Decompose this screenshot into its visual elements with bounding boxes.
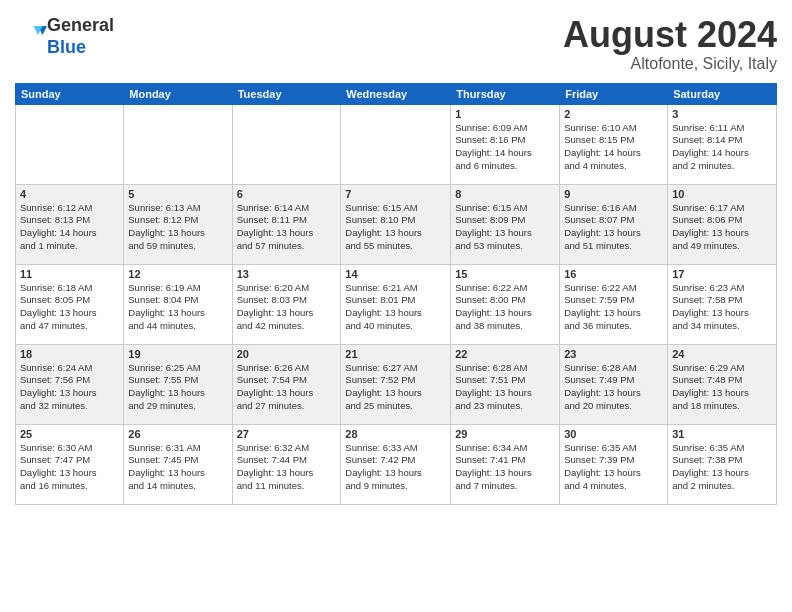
month-year: August 2024 xyxy=(563,15,777,55)
day-info: Sunrise: 6:11 AM Sunset: 8:14 PM Dayligh… xyxy=(672,122,772,173)
day-number: 9 xyxy=(564,188,663,200)
col-tuesday: Tuesday xyxy=(232,83,341,104)
calendar-cell: 28Sunrise: 6:33 AM Sunset: 7:42 PM Dayli… xyxy=(341,424,451,504)
day-number: 7 xyxy=(345,188,446,200)
day-number: 20 xyxy=(237,348,337,360)
calendar-cell xyxy=(232,104,341,184)
day-info: Sunrise: 6:14 AM Sunset: 8:11 PM Dayligh… xyxy=(237,202,337,253)
col-saturday: Saturday xyxy=(668,83,777,104)
calendar-cell: 2Sunrise: 6:10 AM Sunset: 8:15 PM Daylig… xyxy=(560,104,668,184)
calendar-cell: 10Sunrise: 6:17 AM Sunset: 8:06 PM Dayli… xyxy=(668,184,777,264)
day-number: 19 xyxy=(128,348,227,360)
calendar-cell: 23Sunrise: 6:28 AM Sunset: 7:49 PM Dayli… xyxy=(560,344,668,424)
day-info: Sunrise: 6:12 AM Sunset: 8:13 PM Dayligh… xyxy=(20,202,119,253)
calendar-cell: 24Sunrise: 6:29 AM Sunset: 7:48 PM Dayli… xyxy=(668,344,777,424)
day-number: 23 xyxy=(564,348,663,360)
day-info: Sunrise: 6:15 AM Sunset: 8:10 PM Dayligh… xyxy=(345,202,446,253)
calendar-cell: 4Sunrise: 6:12 AM Sunset: 8:13 PM Daylig… xyxy=(16,184,124,264)
day-info: Sunrise: 6:26 AM Sunset: 7:54 PM Dayligh… xyxy=(237,362,337,413)
day-info: Sunrise: 6:10 AM Sunset: 8:15 PM Dayligh… xyxy=(564,122,663,173)
calendar-cell: 17Sunrise: 6:23 AM Sunset: 7:58 PM Dayli… xyxy=(668,264,777,344)
page: General Blue August 2024 Altofonte, Sici… xyxy=(0,0,792,612)
day-number: 17 xyxy=(672,268,772,280)
calendar-header: Sunday Monday Tuesday Wednesday Thursday… xyxy=(16,83,777,104)
calendar-cell: 30Sunrise: 6:35 AM Sunset: 7:39 PM Dayli… xyxy=(560,424,668,504)
calendar-cell: 18Sunrise: 6:24 AM Sunset: 7:56 PM Dayli… xyxy=(16,344,124,424)
calendar-cell: 9Sunrise: 6:16 AM Sunset: 8:07 PM Daylig… xyxy=(560,184,668,264)
calendar-cell: 29Sunrise: 6:34 AM Sunset: 7:41 PM Dayli… xyxy=(451,424,560,504)
day-number: 16 xyxy=(564,268,663,280)
day-info: Sunrise: 6:18 AM Sunset: 8:05 PM Dayligh… xyxy=(20,282,119,333)
day-number: 18 xyxy=(20,348,119,360)
day-info: Sunrise: 6:35 AM Sunset: 7:38 PM Dayligh… xyxy=(672,442,772,493)
calendar-cell: 21Sunrise: 6:27 AM Sunset: 7:52 PM Dayli… xyxy=(341,344,451,424)
calendar-cell: 19Sunrise: 6:25 AM Sunset: 7:55 PM Dayli… xyxy=(124,344,232,424)
day-number: 25 xyxy=(20,428,119,440)
calendar-cell xyxy=(16,104,124,184)
day-info: Sunrise: 6:16 AM Sunset: 8:07 PM Dayligh… xyxy=(564,202,663,253)
day-info: Sunrise: 6:09 AM Sunset: 8:16 PM Dayligh… xyxy=(455,122,555,173)
calendar-cell: 8Sunrise: 6:15 AM Sunset: 8:09 PM Daylig… xyxy=(451,184,560,264)
day-info: Sunrise: 6:28 AM Sunset: 7:49 PM Dayligh… xyxy=(564,362,663,413)
calendar-cell: 3Sunrise: 6:11 AM Sunset: 8:14 PM Daylig… xyxy=(668,104,777,184)
day-info: Sunrise: 6:22 AM Sunset: 8:00 PM Dayligh… xyxy=(455,282,555,333)
day-number: 29 xyxy=(455,428,555,440)
calendar-cell: 1Sunrise: 6:09 AM Sunset: 8:16 PM Daylig… xyxy=(451,104,560,184)
day-number: 12 xyxy=(128,268,227,280)
day-info: Sunrise: 6:21 AM Sunset: 8:01 PM Dayligh… xyxy=(345,282,446,333)
header-row: Sunday Monday Tuesday Wednesday Thursday… xyxy=(16,83,777,104)
calendar-cell: 5Sunrise: 6:13 AM Sunset: 8:12 PM Daylig… xyxy=(124,184,232,264)
calendar-week-3: 11Sunrise: 6:18 AM Sunset: 8:05 PM Dayli… xyxy=(16,264,777,344)
day-number: 14 xyxy=(345,268,446,280)
day-info: Sunrise: 6:35 AM Sunset: 7:39 PM Dayligh… xyxy=(564,442,663,493)
day-info: Sunrise: 6:34 AM Sunset: 7:41 PM Dayligh… xyxy=(455,442,555,493)
calendar-week-4: 18Sunrise: 6:24 AM Sunset: 7:56 PM Dayli… xyxy=(16,344,777,424)
day-number: 3 xyxy=(672,108,772,120)
day-number: 22 xyxy=(455,348,555,360)
day-info: Sunrise: 6:32 AM Sunset: 7:44 PM Dayligh… xyxy=(237,442,337,493)
calendar-week-2: 4Sunrise: 6:12 AM Sunset: 8:13 PM Daylig… xyxy=(16,184,777,264)
calendar-cell: 26Sunrise: 6:31 AM Sunset: 7:45 PM Dayli… xyxy=(124,424,232,504)
day-number: 26 xyxy=(128,428,227,440)
day-number: 8 xyxy=(455,188,555,200)
day-info: Sunrise: 6:17 AM Sunset: 8:06 PM Dayligh… xyxy=(672,202,772,253)
day-info: Sunrise: 6:25 AM Sunset: 7:55 PM Dayligh… xyxy=(128,362,227,413)
location: Altofonte, Sicily, Italy xyxy=(563,55,777,73)
day-info: Sunrise: 6:31 AM Sunset: 7:45 PM Dayligh… xyxy=(128,442,227,493)
logo-text: General Blue xyxy=(47,15,114,58)
day-number: 5 xyxy=(128,188,227,200)
col-wednesday: Wednesday xyxy=(341,83,451,104)
day-info: Sunrise: 6:13 AM Sunset: 8:12 PM Dayligh… xyxy=(128,202,227,253)
calendar-cell xyxy=(124,104,232,184)
header: General Blue August 2024 Altofonte, Sici… xyxy=(15,15,777,73)
day-info: Sunrise: 6:29 AM Sunset: 7:48 PM Dayligh… xyxy=(672,362,772,413)
day-number: 31 xyxy=(672,428,772,440)
day-number: 28 xyxy=(345,428,446,440)
day-number: 15 xyxy=(455,268,555,280)
logo-icon xyxy=(17,20,47,50)
calendar-cell: 13Sunrise: 6:20 AM Sunset: 8:03 PM Dayli… xyxy=(232,264,341,344)
day-info: Sunrise: 6:30 AM Sunset: 7:47 PM Dayligh… xyxy=(20,442,119,493)
calendar-cell: 22Sunrise: 6:28 AM Sunset: 7:51 PM Dayli… xyxy=(451,344,560,424)
logo: General Blue xyxy=(15,15,114,58)
day-number: 6 xyxy=(237,188,337,200)
col-monday: Monday xyxy=(124,83,232,104)
day-number: 1 xyxy=(455,108,555,120)
col-sunday: Sunday xyxy=(16,83,124,104)
calendar-cell: 14Sunrise: 6:21 AM Sunset: 8:01 PM Dayli… xyxy=(341,264,451,344)
day-number: 30 xyxy=(564,428,663,440)
col-friday: Friday xyxy=(560,83,668,104)
day-number: 13 xyxy=(237,268,337,280)
day-number: 21 xyxy=(345,348,446,360)
calendar-cell: 31Sunrise: 6:35 AM Sunset: 7:38 PM Dayli… xyxy=(668,424,777,504)
day-number: 27 xyxy=(237,428,337,440)
day-number: 24 xyxy=(672,348,772,360)
calendar-body: 1Sunrise: 6:09 AM Sunset: 8:16 PM Daylig… xyxy=(16,104,777,504)
col-thursday: Thursday xyxy=(451,83,560,104)
calendar-week-1: 1Sunrise: 6:09 AM Sunset: 8:16 PM Daylig… xyxy=(16,104,777,184)
day-info: Sunrise: 6:24 AM Sunset: 7:56 PM Dayligh… xyxy=(20,362,119,413)
day-number: 2 xyxy=(564,108,663,120)
day-info: Sunrise: 6:19 AM Sunset: 8:04 PM Dayligh… xyxy=(128,282,227,333)
day-number: 10 xyxy=(672,188,772,200)
calendar-cell: 15Sunrise: 6:22 AM Sunset: 8:00 PM Dayli… xyxy=(451,264,560,344)
